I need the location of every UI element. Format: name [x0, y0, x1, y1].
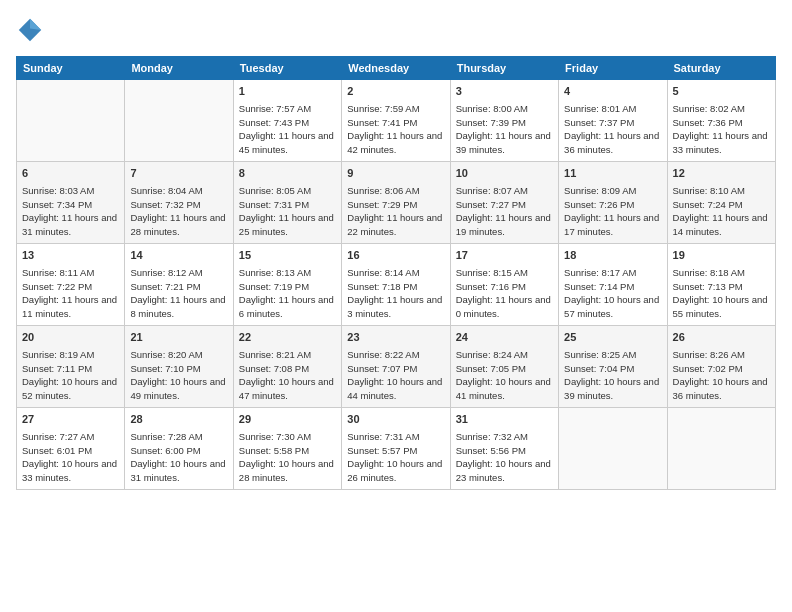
- calendar-week-row: 1Sunrise: 7:57 AMSunset: 7:43 PMDaylight…: [17, 80, 776, 162]
- calendar-cell: 11Sunrise: 8:09 AMSunset: 7:26 PMDayligh…: [559, 162, 667, 244]
- cell-daylight-info: Sunrise: 8:22 AMSunset: 7:07 PMDaylight:…: [347, 348, 444, 403]
- cell-daylight-info: Sunrise: 8:07 AMSunset: 7:27 PMDaylight:…: [456, 184, 553, 239]
- cell-daylight-info: Sunrise: 8:21 AMSunset: 7:08 PMDaylight:…: [239, 348, 336, 403]
- calendar-cell: 18Sunrise: 8:17 AMSunset: 7:14 PMDayligh…: [559, 244, 667, 326]
- calendar-cell: 15Sunrise: 8:13 AMSunset: 7:19 PMDayligh…: [233, 244, 341, 326]
- day-number: 10: [456, 166, 553, 182]
- calendar-cell: 31Sunrise: 7:32 AMSunset: 5:56 PMDayligh…: [450, 408, 558, 490]
- weekday-header-sunday: Sunday: [17, 57, 125, 80]
- weekday-header-wednesday: Wednesday: [342, 57, 450, 80]
- calendar-cell: 17Sunrise: 8:15 AMSunset: 7:16 PMDayligh…: [450, 244, 558, 326]
- cell-daylight-info: Sunrise: 8:20 AMSunset: 7:10 PMDaylight:…: [130, 348, 227, 403]
- cell-daylight-info: Sunrise: 7:30 AMSunset: 5:58 PMDaylight:…: [239, 430, 336, 485]
- day-number: 12: [673, 166, 770, 182]
- day-number: 24: [456, 330, 553, 346]
- day-number: 21: [130, 330, 227, 346]
- calendar-cell: [125, 80, 233, 162]
- day-number: 6: [22, 166, 119, 182]
- cell-daylight-info: Sunrise: 8:01 AMSunset: 7:37 PMDaylight:…: [564, 102, 661, 157]
- calendar-cell: 12Sunrise: 8:10 AMSunset: 7:24 PMDayligh…: [667, 162, 775, 244]
- day-number: 13: [22, 248, 119, 264]
- weekday-header-saturday: Saturday: [667, 57, 775, 80]
- cell-daylight-info: Sunrise: 8:09 AMSunset: 7:26 PMDaylight:…: [564, 184, 661, 239]
- day-number: 23: [347, 330, 444, 346]
- cell-daylight-info: Sunrise: 7:59 AMSunset: 7:41 PMDaylight:…: [347, 102, 444, 157]
- cell-daylight-info: Sunrise: 8:04 AMSunset: 7:32 PMDaylight:…: [130, 184, 227, 239]
- calendar-cell: 21Sunrise: 8:20 AMSunset: 7:10 PMDayligh…: [125, 326, 233, 408]
- day-number: 25: [564, 330, 661, 346]
- cell-daylight-info: Sunrise: 8:18 AMSunset: 7:13 PMDaylight:…: [673, 266, 770, 321]
- cell-daylight-info: Sunrise: 8:06 AMSunset: 7:29 PMDaylight:…: [347, 184, 444, 239]
- day-number: 20: [22, 330, 119, 346]
- calendar-cell: 23Sunrise: 8:22 AMSunset: 7:07 PMDayligh…: [342, 326, 450, 408]
- cell-daylight-info: Sunrise: 8:17 AMSunset: 7:14 PMDaylight:…: [564, 266, 661, 321]
- calendar-cell: 10Sunrise: 8:07 AMSunset: 7:27 PMDayligh…: [450, 162, 558, 244]
- cell-daylight-info: Sunrise: 8:25 AMSunset: 7:04 PMDaylight:…: [564, 348, 661, 403]
- day-number: 16: [347, 248, 444, 264]
- page-header: [16, 16, 776, 44]
- calendar-cell: 3Sunrise: 8:00 AMSunset: 7:39 PMDaylight…: [450, 80, 558, 162]
- day-number: 14: [130, 248, 227, 264]
- calendar-cell: 28Sunrise: 7:28 AMSunset: 6:00 PMDayligh…: [125, 408, 233, 490]
- cell-daylight-info: Sunrise: 7:31 AMSunset: 5:57 PMDaylight:…: [347, 430, 444, 485]
- day-number: 31: [456, 412, 553, 428]
- day-number: 7: [130, 166, 227, 182]
- day-number: 2: [347, 84, 444, 100]
- day-number: 22: [239, 330, 336, 346]
- calendar-cell: 5Sunrise: 8:02 AMSunset: 7:36 PMDaylight…: [667, 80, 775, 162]
- cell-daylight-info: Sunrise: 8:19 AMSunset: 7:11 PMDaylight:…: [22, 348, 119, 403]
- calendar-cell: 16Sunrise: 8:14 AMSunset: 7:18 PMDayligh…: [342, 244, 450, 326]
- calendar-cell: 14Sunrise: 8:12 AMSunset: 7:21 PMDayligh…: [125, 244, 233, 326]
- calendar-week-row: 13Sunrise: 8:11 AMSunset: 7:22 PMDayligh…: [17, 244, 776, 326]
- svg-marker-1: [30, 19, 41, 30]
- calendar-cell: [17, 80, 125, 162]
- calendar-cell: 8Sunrise: 8:05 AMSunset: 7:31 PMDaylight…: [233, 162, 341, 244]
- logo-icon: [16, 16, 44, 44]
- cell-daylight-info: Sunrise: 8:15 AMSunset: 7:16 PMDaylight:…: [456, 266, 553, 321]
- day-number: 1: [239, 84, 336, 100]
- day-number: 19: [673, 248, 770, 264]
- day-number: 18: [564, 248, 661, 264]
- cell-daylight-info: Sunrise: 8:13 AMSunset: 7:19 PMDaylight:…: [239, 266, 336, 321]
- calendar-table: SundayMondayTuesdayWednesdayThursdayFrid…: [16, 56, 776, 490]
- calendar-week-row: 27Sunrise: 7:27 AMSunset: 6:01 PMDayligh…: [17, 408, 776, 490]
- calendar-cell: 20Sunrise: 8:19 AMSunset: 7:11 PMDayligh…: [17, 326, 125, 408]
- cell-daylight-info: Sunrise: 7:27 AMSunset: 6:01 PMDaylight:…: [22, 430, 119, 485]
- calendar-cell: 30Sunrise: 7:31 AMSunset: 5:57 PMDayligh…: [342, 408, 450, 490]
- calendar-cell: 22Sunrise: 8:21 AMSunset: 7:08 PMDayligh…: [233, 326, 341, 408]
- day-number: 8: [239, 166, 336, 182]
- day-number: 5: [673, 84, 770, 100]
- cell-daylight-info: Sunrise: 8:02 AMSunset: 7:36 PMDaylight:…: [673, 102, 770, 157]
- weekday-header-friday: Friday: [559, 57, 667, 80]
- calendar-cell: 9Sunrise: 8:06 AMSunset: 7:29 PMDaylight…: [342, 162, 450, 244]
- cell-daylight-info: Sunrise: 8:26 AMSunset: 7:02 PMDaylight:…: [673, 348, 770, 403]
- cell-daylight-info: Sunrise: 7:28 AMSunset: 6:00 PMDaylight:…: [130, 430, 227, 485]
- cell-daylight-info: Sunrise: 8:10 AMSunset: 7:24 PMDaylight:…: [673, 184, 770, 239]
- calendar-cell: 6Sunrise: 8:03 AMSunset: 7:34 PMDaylight…: [17, 162, 125, 244]
- day-number: 26: [673, 330, 770, 346]
- cell-daylight-info: Sunrise: 8:12 AMSunset: 7:21 PMDaylight:…: [130, 266, 227, 321]
- cell-daylight-info: Sunrise: 8:00 AMSunset: 7:39 PMDaylight:…: [456, 102, 553, 157]
- day-number: 3: [456, 84, 553, 100]
- calendar-cell: 4Sunrise: 8:01 AMSunset: 7:37 PMDaylight…: [559, 80, 667, 162]
- weekday-header-monday: Monday: [125, 57, 233, 80]
- weekday-header-thursday: Thursday: [450, 57, 558, 80]
- logo: [16, 16, 48, 44]
- cell-daylight-info: Sunrise: 8:05 AMSunset: 7:31 PMDaylight:…: [239, 184, 336, 239]
- cell-daylight-info: Sunrise: 8:14 AMSunset: 7:18 PMDaylight:…: [347, 266, 444, 321]
- weekday-header-tuesday: Tuesday: [233, 57, 341, 80]
- cell-daylight-info: Sunrise: 8:11 AMSunset: 7:22 PMDaylight:…: [22, 266, 119, 321]
- day-number: 11: [564, 166, 661, 182]
- day-number: 28: [130, 412, 227, 428]
- day-number: 30: [347, 412, 444, 428]
- calendar-cell: [667, 408, 775, 490]
- calendar-cell: 19Sunrise: 8:18 AMSunset: 7:13 PMDayligh…: [667, 244, 775, 326]
- calendar-cell: 29Sunrise: 7:30 AMSunset: 5:58 PMDayligh…: [233, 408, 341, 490]
- day-number: 15: [239, 248, 336, 264]
- calendar-cell: 7Sunrise: 8:04 AMSunset: 7:32 PMDaylight…: [125, 162, 233, 244]
- cell-daylight-info: Sunrise: 8:03 AMSunset: 7:34 PMDaylight:…: [22, 184, 119, 239]
- calendar-cell: 2Sunrise: 7:59 AMSunset: 7:41 PMDaylight…: [342, 80, 450, 162]
- weekday-header-row: SundayMondayTuesdayWednesdayThursdayFrid…: [17, 57, 776, 80]
- calendar-cell: 25Sunrise: 8:25 AMSunset: 7:04 PMDayligh…: [559, 326, 667, 408]
- calendar-cell: [559, 408, 667, 490]
